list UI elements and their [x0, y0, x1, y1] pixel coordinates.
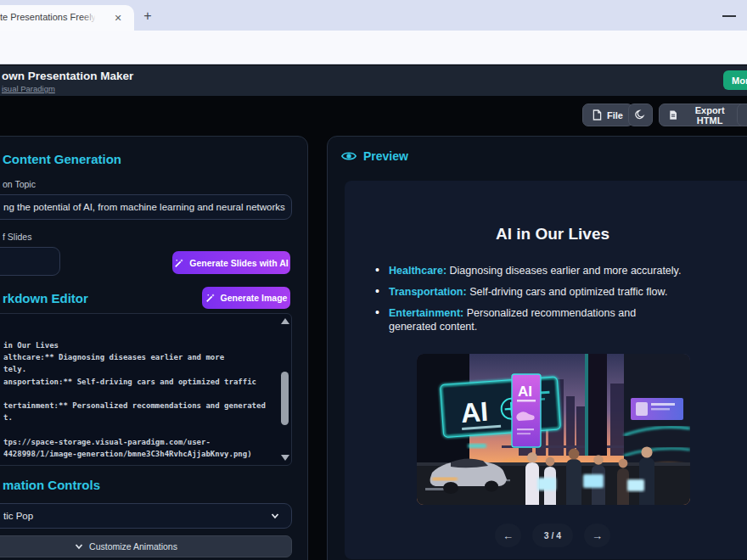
- file-button[interactable]: File: [582, 104, 633, 126]
- magic-wand-icon: [174, 258, 184, 268]
- animation-controls-heading: mation Controls: [3, 478, 100, 492]
- bullet-text: Personalized recommendations and: [463, 307, 636, 319]
- generate-slides-button[interactable]: Generate Slides with AI: [172, 251, 290, 274]
- animation-style-value: tic Pop: [3, 511, 33, 521]
- app-header: own Presentation Maker isual Paradigm Mo…: [0, 65, 747, 96]
- customize-animations-label: Customize Animations: [89, 541, 177, 552]
- scrollbar-up-arrow[interactable]: [281, 318, 289, 324]
- eye-icon: [341, 150, 357, 162]
- slide-canvas: AI in Our Lives Healthcare: Diagnosing d…: [345, 181, 747, 559]
- tab-title-fade: [81, 7, 100, 29]
- file-icon: [593, 109, 602, 120]
- bullet-entertainment: Entertainment: Personalized recommendati…: [389, 306, 728, 333]
- markdown-editor-textarea[interactable]: in Our Lives althcare:** Diagnosing dise…: [0, 313, 292, 466]
- bullet-transportation: Transportation: Self-driving cars and op…: [389, 285, 728, 299]
- tab-close-icon[interactable]: ✕: [112, 12, 124, 24]
- more-button[interactable]: More: [723, 70, 747, 90]
- slide-image: AI AI: [417, 354, 690, 505]
- prev-slide-button[interactable]: ←: [495, 524, 521, 547]
- preview-heading: Preview: [363, 149, 408, 163]
- app-title: own Presentation Maker: [2, 70, 133, 82]
- export-html-button[interactable]: Export HTML: [659, 104, 747, 126]
- window-minimize-button[interactable]: [722, 8, 736, 17]
- markdown-editor-content[interactable]: in Our Lives althcare:** Diagnosing dise…: [0, 314, 278, 465]
- dark-mode-toggle[interactable]: [628, 104, 653, 126]
- bullet-term: Transportation:: [389, 286, 467, 298]
- bullet-term: Entertainment:: [389, 307, 463, 319]
- file-button-label: File: [607, 110, 623, 120]
- bullet-healthcare: Healthcare: Diagnosing diseases earlier …: [389, 264, 728, 277]
- scrollbar-thumb[interactable]: [281, 372, 289, 425]
- svg-text:AI: AI: [460, 396, 489, 428]
- browser-tab[interactable]: te Presentations Freely with ✕: [0, 5, 134, 31]
- topic-input[interactable]: [0, 194, 292, 220]
- animation-style-select[interactable]: tic Pop: [0, 503, 292, 529]
- slides-count-label: f Slides: [3, 232, 31, 242]
- window-titlebar: te Presentations Freely with ✕ +: [0, 0, 747, 31]
- chevron-down-icon: [271, 512, 279, 520]
- bullet-text-line2: generated content.: [389, 320, 728, 333]
- bullet-term: Healthcare:: [389, 265, 447, 277]
- next-slide-button[interactable]: →: [584, 524, 610, 547]
- generate-image-label: Generate Image: [221, 293, 288, 303]
- slide-bullet-list: Healthcare: Diagnosing diseases earlier …: [389, 264, 728, 341]
- customize-animations-button[interactable]: Customize Animations: [0, 535, 292, 557]
- visual-paradigm-link[interactable]: isual Paradigm: [2, 84, 55, 93]
- slide-counter: 3 / 4: [532, 524, 573, 547]
- browser-toolbar: ai-toolbox.visual-paradigm.com/app/markd…: [0, 31, 747, 64]
- content-generation-heading: Content Generation: [3, 152, 121, 166]
- editor-scrollbar[interactable]: [279, 316, 289, 463]
- markdown-editor-heading: rkdown Editor: [3, 291, 88, 305]
- topic-label: on Topic: [3, 179, 36, 189]
- preview-panel: Preview AI in Our Lives Healthcare: Diag…: [327, 136, 747, 560]
- new-tab-button[interactable]: +: [139, 8, 156, 25]
- generate-image-button[interactable]: Generate Image: [202, 287, 290, 309]
- chevron-down-icon: [75, 542, 83, 551]
- scrollbar-down-arrow[interactable]: [281, 455, 289, 461]
- slide-navigation: ← 3 / 4 →: [345, 524, 747, 547]
- content-generation-panel: Content Generation on Topic f Slides Gen…: [0, 136, 308, 560]
- slides-count-input[interactable]: [0, 247, 60, 276]
- bullet-text: Self-driving cars and optimized traffic …: [467, 286, 668, 298]
- cutoff-toolbar-button[interactable]: [737, 104, 747, 126]
- svg-text:AI: AI: [518, 384, 532, 400]
- slide-title: AI in Our Lives: [345, 225, 747, 244]
- export-html-label: Export HTML: [682, 105, 737, 126]
- moon-icon: [635, 109, 646, 120]
- bullet-text: Diagnosing diseases earlier and more acc…: [447, 265, 681, 277]
- generate-slides-label: Generate Slides with AI: [189, 258, 288, 268]
- magic-wand-icon: [205, 293, 216, 303]
- export-file-icon: [669, 109, 677, 120]
